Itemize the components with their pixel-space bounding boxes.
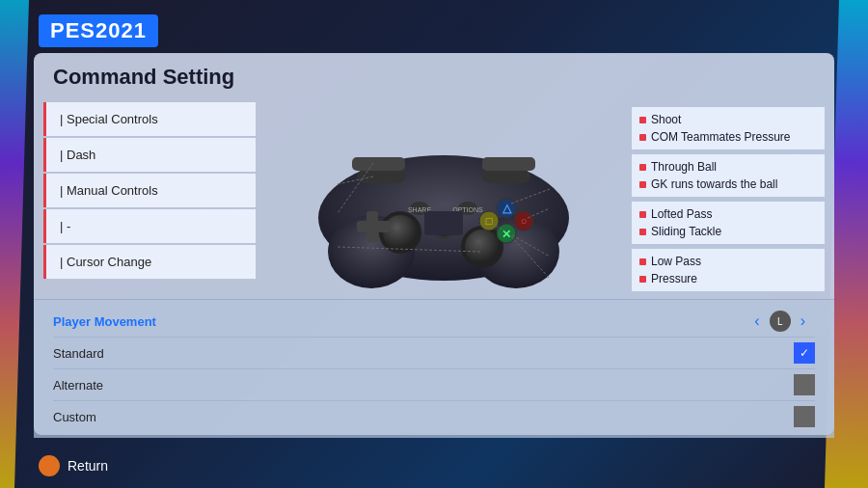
sliding-dot: [639, 229, 646, 235]
svg-rect-5: [352, 157, 405, 171]
svg-rect-6: [482, 157, 535, 171]
content-area: | Special Controls | Dash | Manual Contr…: [34, 97, 834, 431]
custom-row[interactable]: Custom: [53, 401, 815, 432]
svg-rect-4: [482, 170, 530, 183]
right-arrow[interactable]: ›: [791, 312, 815, 330]
label-pressure: Pressure: [639, 270, 817, 287]
label-group-low-pass: Low Pass Pressure: [632, 249, 825, 291]
controller-section: | Special Controls | Dash | Manual Contr…: [34, 97, 834, 299]
through-ball-dot: [639, 164, 646, 171]
panel-title: Command Setting: [34, 53, 834, 97]
low-pass-dot: [639, 258, 646, 265]
label-sliding-tackle: Sliding Tackle: [639, 223, 817, 240]
pressure-dot: [639, 276, 646, 283]
label-through-ball: Through Ball: [639, 158, 817, 176]
bottom-section: Player Movement ‹ L › Standard ✓ Alterna…: [34, 299, 834, 438]
standard-check: ✓: [794, 342, 815, 364]
standard-row[interactable]: Standard ✓: [53, 338, 815, 369]
right-labels: Shoot COM Teammates Pressure Through Bal…: [632, 97, 825, 299]
svg-rect-12: [366, 211, 378, 242]
alternate-label: Alternate: [53, 378, 794, 393]
label-shoot: Shoot: [639, 111, 817, 128]
label-gk-runs: GK runs towards the ball: [639, 176, 817, 193]
main-panel: Command Setting | Special Controls | Das…: [34, 53, 834, 435]
menu-item-manual-controls[interactable]: | Manual Controls: [43, 174, 256, 207]
menu-item-cursor-change[interactable]: | Cursor Change: [43, 245, 256, 279]
controller-image: △ ○ ✕ □ SHARE OPTIONS PS: [256, 97, 632, 299]
menu-item-special-controls[interactable]: | Special Controls: [43, 102, 256, 136]
label-lofted-pass: Lofted Pass: [639, 205, 817, 223]
custom-label: Custom: [53, 410, 794, 424]
alternate-row[interactable]: Alternate: [53, 369, 815, 401]
alternate-check: [794, 374, 815, 395]
label-group-through-ball: Through Ball GK runs towards the ball: [632, 154, 825, 197]
controller-svg: △ ○ ✕ □ SHARE OPTIONS PS: [304, 107, 583, 290]
menu-item-dash[interactable]: | Dash: [43, 138, 256, 172]
svg-text:○: ○: [521, 215, 528, 227]
label-group-lofted-pass: Lofted Pass Sliding Tackle: [632, 202, 825, 244]
shoot-dot: [639, 117, 646, 123]
svg-point-8: [383, 215, 418, 250]
label-low-pass: Low Pass: [639, 253, 817, 270]
svg-rect-28: [424, 211, 463, 235]
com-dot: [639, 134, 646, 141]
menu-item-dash2[interactable]: | -: [43, 209, 256, 243]
player-movement-label: Player Movement: [53, 314, 745, 329]
svg-point-10: [465, 230, 500, 264]
svg-text:□: □: [486, 215, 493, 227]
lofted-pass-dot: [639, 211, 646, 218]
svg-text:✕: ✕: [502, 228, 511, 241]
player-movement-row[interactable]: Player Movement ‹ L ›: [53, 306, 815, 338]
left-menu: | Special Controls | Dash | Manual Contr…: [43, 97, 256, 299]
svg-text:△: △: [502, 202, 512, 215]
gk-dot: [639, 181, 646, 188]
return-bar[interactable]: Return: [39, 455, 108, 476]
label-com-teammates: COM Teammates Pressure: [639, 128, 817, 146]
return-label: Return: [68, 458, 108, 474]
standard-label: Standard: [53, 346, 794, 361]
logo: PES2021: [39, 14, 158, 47]
left-arrow[interactable]: ‹: [745, 312, 769, 330]
circle-button-icon: [39, 455, 60, 476]
label-group-shoot: Shoot COM Teammates Pressure: [632, 107, 825, 149]
custom-check: [794, 406, 815, 427]
movement-icon: L: [770, 311, 791, 332]
